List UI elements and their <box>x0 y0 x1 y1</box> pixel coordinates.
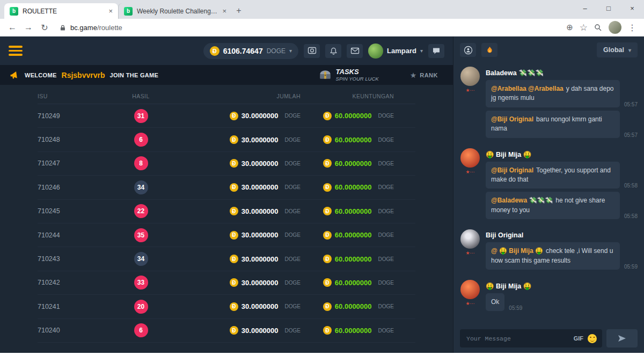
close-button[interactable]: × <box>620 0 644 16</box>
send-button[interactable] <box>606 329 638 347</box>
back-icon[interactable]: ← <box>5 20 19 34</box>
tab-title: ROULETTE <box>23 8 104 15</box>
bookmark-star-icon[interactable]: ☆ <box>580 22 588 33</box>
balance-selector[interactable]: Ð 6106.74647 DOGE ▾ <box>203 43 298 59</box>
avatar[interactable] <box>460 148 480 168</box>
vault-button[interactable] <box>304 44 320 58</box>
mention[interactable]: @Arabellaa @Arabellaa <box>491 85 564 92</box>
amount-currency: DOGE <box>285 256 301 262</box>
site-favicon-icon: b <box>10 7 18 16</box>
minimize-button[interactable]: – <box>573 0 597 16</box>
welcome-username: Rsjsbvvrvrb <box>62 71 105 79</box>
user-rating: ★⋯ <box>460 250 480 256</box>
reload-icon[interactable]: ↻ <box>38 20 52 34</box>
channel-selector[interactable]: Global ▾ <box>597 42 638 57</box>
tasks-button[interactable]: TASKS SPIN YOUR LUCK <box>319 68 379 82</box>
mention[interactable]: @Baladewa 💸💸💸 <box>491 197 553 204</box>
profit-value: 60.0000000 <box>335 255 372 263</box>
rank-button[interactable]: ★ RANK <box>410 71 438 79</box>
amount-currency: DOGE <box>285 232 301 238</box>
site-favicon-icon: b <box>124 7 133 16</box>
bet-amount: Ð30.0000000DOGE <box>182 326 301 335</box>
chat-bubble[interactable]: Ok <box>486 293 504 311</box>
chat-message-group: ★⋯ 🤑 Biji Mija 🤑 @Biji OriginalTogether,… <box>460 148 638 223</box>
profit-value: 60.0000000 <box>335 183 372 191</box>
maximize-button[interactable]: □ <box>597 0 620 16</box>
balance-amount: 6106.74647 <box>223 47 263 55</box>
table-row[interactable]: 710243 34 Ð30.0000000DOGE Ð60.0000000DOG… <box>38 247 415 271</box>
user-menu[interactable]: Lampard ▾ <box>368 44 423 59</box>
gif-button[interactable]: GIF <box>574 335 583 342</box>
messages-button[interactable] <box>347 44 363 58</box>
table-row[interactable]: 710244 35 Ð30.0000000DOGE Ð60.0000000DOG… <box>38 223 415 247</box>
avatar[interactable] <box>460 67 480 86</box>
tab-close-icon[interactable]: × <box>108 7 113 15</box>
new-tab-button[interactable]: + <box>232 4 246 18</box>
zoom-icon[interactable]: ⊕ <box>566 23 573 32</box>
mention[interactable]: @Biji Original <box>491 115 533 123</box>
emoji-picker-icon[interactable] <box>588 334 597 343</box>
table-row[interactable]: 710241 20 Ð30.0000000DOGE Ð60.0000000DOG… <box>38 295 415 318</box>
doge-coin-icon: Ð <box>323 135 332 144</box>
mention[interactable]: @Biji Original <box>491 166 533 174</box>
doge-coin-icon: Ð <box>230 231 238 240</box>
table-row[interactable]: 710240 6 Ð30.0000000DOGE Ð60.0000000DOGE <box>38 319 415 343</box>
chat-message-group: ★⋯ 🤑 Biji Mija 🤑 Ok 05:59 <box>460 280 638 314</box>
doge-coin-icon: Ð <box>230 159 238 168</box>
table-row[interactable]: 710249 31 Ð30.0000000DOGE Ð60.0000000DOG… <box>38 104 415 128</box>
browser-menu-icon[interactable]: ⋮ <box>628 23 636 33</box>
chat-bubble[interactable]: @ 🤑 Biji Mija 🤑check tele ,i Will send u… <box>486 242 620 270</box>
chat-messages[interactable]: ★⋯ Baladewa 💸💸💸 @Arabellaa @Arabellaay d… <box>453 63 644 324</box>
amount-value: 30.0000000 <box>241 302 279 310</box>
doge-coin-icon: Ð <box>230 183 238 192</box>
profit-value: 60.0000000 <box>335 207 372 215</box>
avatar[interactable] <box>460 280 480 299</box>
message-time: 05:58 <box>624 183 638 189</box>
table-row[interactable]: 710246 34 Ð30.0000000DOGE Ð60.0000000DOG… <box>38 176 415 199</box>
star-icon: ★ <box>410 71 417 79</box>
doge-coin-icon: Ð <box>230 302 238 311</box>
chat-username[interactable]: 🤑 Biji Mija 🤑 <box>486 150 638 158</box>
sports-button[interactable] <box>481 43 497 57</box>
profit-value: 60.0000000 <box>335 136 372 144</box>
chat-username[interactable]: Baladewa 💸💸💸 <box>486 69 638 77</box>
message-input-box[interactable]: GIF <box>460 329 602 347</box>
notifications-button[interactable] <box>325 44 341 58</box>
table-row[interactable]: 710245 22 Ð30.0000000DOGE Ð60.0000000DOG… <box>38 200 415 223</box>
chat-toolbar: Global ▾ <box>453 37 644 63</box>
browser-profile-avatar[interactable] <box>609 21 621 34</box>
address-bar[interactable]: bc.game/roulette <box>54 20 564 35</box>
chat-username[interactable]: 🤑 Biji Mija 🤑 <box>486 282 638 290</box>
message-time: 05:59 <box>509 305 522 311</box>
table-row[interactable]: 710242 33 Ð30.0000000DOGE Ð60.0000000DOG… <box>38 271 415 295</box>
chat-bubble[interactable]: @Baladewa 💸💸💸he not give share money to … <box>486 192 620 219</box>
message-time: 05:59 <box>624 264 638 270</box>
doge-coin-icon: Ð <box>323 255 332 263</box>
profit-currency: DOGE <box>378 280 394 286</box>
doge-coin-icon: Ð <box>323 207 332 215</box>
tab-close-icon[interactable]: × <box>222 7 226 15</box>
tab-weekly-challenge[interactable]: b Weekly Roulette Challenge - Win × <box>118 3 232 19</box>
search-icon[interactable] <box>594 24 602 32</box>
dealer-button[interactable] <box>460 43 476 57</box>
chat-toggle-button[interactable] <box>428 44 444 58</box>
bet-id: 710242 <box>38 279 99 286</box>
message-input[interactable] <box>465 335 569 343</box>
chat-bubble[interactable]: @Arabellaa @Arabellaay dah sana depo jg … <box>486 80 620 107</box>
table-row[interactable]: 710248 6 Ð30.0000000DOGE Ð60.0000000DOGE <box>38 128 415 151</box>
tab-roulette[interactable]: b ROULETTE × <box>4 3 118 19</box>
bet-id: 710245 <box>38 207 99 215</box>
hamburger-menu-icon[interactable] <box>9 46 23 56</box>
profit-value: 60.0000000 <box>335 112 372 120</box>
result-ball: 20 <box>134 300 148 314</box>
doge-coin-icon: Ð <box>323 326 332 335</box>
doge-coin-icon: Ð <box>323 183 332 192</box>
chat-bubble[interactable]: @Biji OriginalTogether, you support and … <box>486 162 620 189</box>
mention[interactable]: @ 🤑 Biji Mija 🤑 <box>491 247 543 255</box>
bet-id: 710243 <box>38 255 99 263</box>
chat-username[interactable]: Biji Original <box>486 231 638 239</box>
forward-icon[interactable]: → <box>21 20 35 34</box>
chat-bubble[interactable]: @Biji Originalbaru nongol kmrn ganti nam… <box>486 111 620 138</box>
table-row[interactable]: 710247 8 Ð30.0000000DOGE Ð60.0000000DOGE <box>38 152 415 176</box>
avatar[interactable] <box>460 229 480 249</box>
